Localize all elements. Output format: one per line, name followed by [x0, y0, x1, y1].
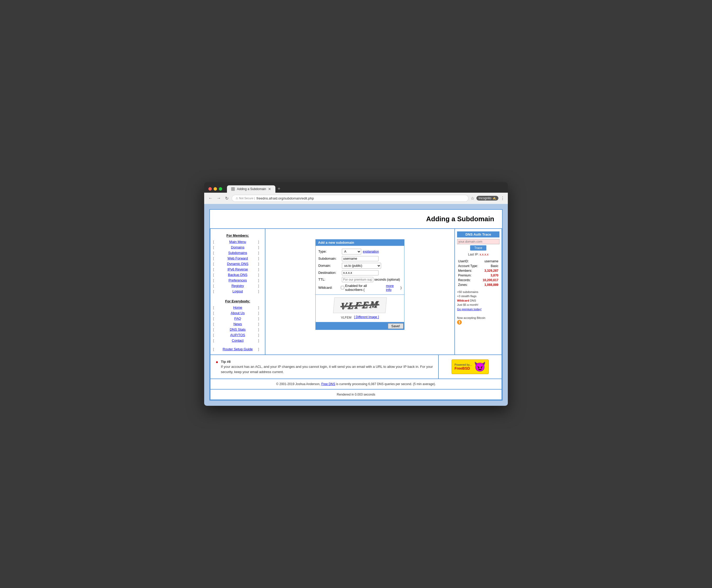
ttl-label: TTL:	[318, 277, 342, 281]
domain-select[interactable]: us.to (public)	[342, 263, 381, 269]
userid-value: username	[480, 259, 499, 264]
router-setup-link[interactable]: Router Setup Guide	[217, 347, 258, 351]
sidebar-item-news[interactable]: [ News ]	[210, 321, 265, 327]
sidebar-item-dns-stats[interactable]: [ DNS Stats ]	[210, 327, 265, 332]
sidebar-item-contact[interactable]: [ Contact ]	[210, 338, 265, 343]
premium-label: Premium:	[457, 273, 480, 278]
free-dns-link[interactable]: Free DNS	[321, 382, 335, 386]
members-section-title: For Members:	[210, 231, 265, 239]
active-tab[interactable]: Adding a Subdomain ✕	[227, 185, 275, 193]
main-menu-link[interactable]: Main Menu	[217, 239, 258, 244]
promo-dns: DNS	[469, 299, 476, 302]
tab-close-button[interactable]: ✕	[268, 187, 271, 191]
domain-label: Domain:	[318, 264, 342, 268]
domain-row: Domain: us.to (public)	[318, 262, 401, 269]
menu-icon[interactable]: ⋮	[501, 196, 505, 201]
news-link[interactable]: News	[217, 322, 258, 326]
url-text: freedns.afraid.org/subdomain/edit.php	[256, 196, 314, 200]
contact-link[interactable]: Contact	[217, 338, 258, 343]
sidebar-item-logout[interactable]: [ Logout ]	[210, 289, 265, 294]
members-value: 3,329,287	[480, 268, 499, 273]
aup-tos-link[interactable]: AUP/TOS	[217, 333, 258, 337]
last-ip-row: Last IP: x.x.x.x	[457, 253, 499, 256]
bitcoin-icon[interactable]: ₿	[457, 320, 462, 324]
different-image-link[interactable]: [ Different Image ]	[354, 315, 379, 319]
destination-label: Destination:	[318, 271, 342, 275]
sidebar-item-subdomains[interactable]: [ Subdomains ]	[210, 250, 265, 255]
dns-auth-input[interactable]	[457, 239, 499, 244]
last-ip-label: Last IP:	[468, 253, 479, 256]
left-sidebar: For Members: [ Main Menu ] [ Domains ]	[210, 229, 266, 355]
forward-button[interactable]: →	[216, 195, 222, 201]
footer-text: is currently processing 6,087 DNS querie…	[336, 382, 436, 386]
dns-stats-link[interactable]: DNS Stats	[217, 327, 258, 332]
last-ip-value: x.x.x.x	[480, 253, 488, 256]
zones-label: Zones:	[457, 282, 480, 287]
reload-button[interactable]: ↻	[224, 195, 230, 201]
logout-link[interactable]: Logout	[217, 289, 258, 293]
sidebar-item-aup-tos[interactable]: [ AUP/TOS ]	[210, 332, 265, 338]
about-us-link[interactable]: About Us	[217, 311, 258, 315]
subdomain-input[interactable]	[342, 256, 378, 261]
premium-row: Premium: 3,870	[457, 273, 499, 278]
backup-dns-link[interactable]: Backup DNS	[217, 273, 258, 277]
sidebar-item-dynamic-dns[interactable]: [ Dynamic DNS ]	[210, 261, 265, 267]
sidebar-item-ipv6-reverse[interactable]: [ IPv6 Reverse ]	[210, 267, 265, 272]
back-button[interactable]: ←	[207, 195, 214, 201]
content-area: Add a new subdomain Type: A AAAA	[266, 229, 455, 355]
tip-title: Tip #8	[221, 360, 231, 364]
home-link[interactable]: Home	[217, 305, 258, 310]
tip-right: Powered by... FreeBSD 😈	[439, 355, 502, 379]
wildcard-checkbox[interactable]	[341, 286, 344, 289]
sidebar-item-domains[interactable]: [ Domains ]	[210, 245, 265, 250]
sidebar-item-preferences[interactable]: [ Preferences ]	[210, 277, 265, 283]
premium-value: 3,870	[480, 273, 499, 278]
preferences-link[interactable]: Preferences	[217, 278, 258, 282]
bookmark-icon[interactable]: ☆	[470, 196, 474, 201]
sidebar-item-faq[interactable]: [ FAQ ]	[210, 316, 265, 321]
sidebar-item-backup-dns[interactable]: [ Backup DNS ]	[210, 272, 265, 277]
address-bar[interactable]: ⚠ Not Secure | freedns.afraid.org/subdom…	[232, 195, 468, 202]
close-button[interactable]	[208, 187, 212, 191]
promo-price: Just $5 a month!	[457, 303, 499, 307]
maximize-button[interactable]	[219, 187, 222, 191]
ttl-suffix: seconds (optional)	[374, 278, 400, 281]
ipv6-reverse-link[interactable]: IPv6 Reverse	[217, 267, 258, 272]
minimize-button[interactable]	[214, 187, 217, 191]
sidebar-item-home[interactable]: [ Home ]	[210, 305, 265, 310]
web-forward-link[interactable]: Web Forward	[217, 256, 258, 260]
members-label: Members:	[457, 268, 480, 273]
records-label: Records:	[457, 278, 480, 282]
wildcard-text: Enabled for all subscribers (	[345, 284, 385, 292]
copyright-text: © 2001-2019 Joshua Anderson,	[276, 382, 320, 386]
bitcoin-text: Now accepting Bitcoin	[457, 316, 499, 320]
registry-link[interactable]: Registry	[217, 284, 258, 288]
dynamic-dns-link[interactable]: Dynamic DNS	[217, 261, 258, 266]
trace-button[interactable]: Trace	[470, 245, 486, 251]
account-type-label: Account Type:	[457, 264, 480, 268]
subdomains-link[interactable]: Subdomains	[217, 251, 258, 255]
new-tab-button[interactable]: +	[275, 186, 282, 192]
domains-link[interactable]: Domains	[217, 245, 258, 250]
footer-rendered: Rendered in 0.003 seconds	[210, 390, 502, 400]
sidebar-item-about-us[interactable]: [ About Us ]	[210, 310, 265, 316]
faq-link[interactable]: FAQ	[217, 316, 258, 321]
account-type-value: Basic	[480, 264, 499, 268]
destination-input[interactable]	[342, 270, 378, 275]
info-table: UserID: username Account Type: Basic Mem…	[457, 259, 499, 287]
sidebar-item-main-menu[interactable]: [ Main Menu ]	[210, 239, 265, 245]
explanation-link[interactable]: explanation	[363, 250, 379, 253]
sidebar-item-router[interactable]: [ Router Setup Guide ]	[210, 346, 265, 352]
page-title: Adding a Subdomain	[218, 215, 494, 223]
type-select[interactable]: A AAAA CNAME MX TXT	[342, 249, 361, 254]
promo-wildcard: Wildcard	[457, 299, 469, 302]
go-premium-link[interactable]: Go premium today!	[457, 308, 482, 311]
premium-promo: +50 subdomains +3 stealth flags Wildcard…	[457, 290, 499, 325]
tab-favicon	[231, 187, 235, 191]
more-info-link[interactable]: more info	[386, 284, 399, 292]
sidebar-item-web-forward[interactable]: [ Web Forward ]	[210, 255, 265, 261]
ttl-input[interactable]	[342, 277, 373, 282]
sidebar-item-registry[interactable]: [ Registry ]	[210, 283, 265, 289]
save-button[interactable]: Save!	[388, 323, 403, 329]
right-panel: DNS Auth Trace Trace Last IP: x.x.x.x Us…	[455, 229, 502, 355]
